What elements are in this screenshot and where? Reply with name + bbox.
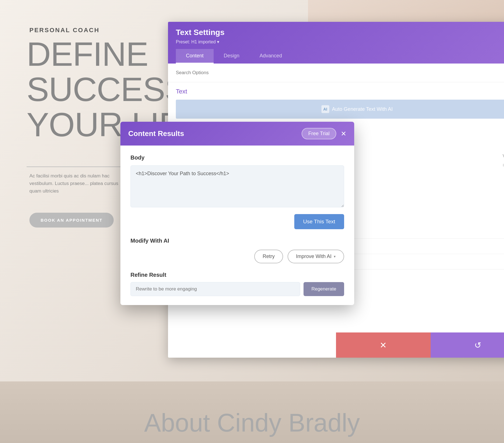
bottom-toolbar: ✕ ↺ ↻ ✓: [336, 332, 504, 358]
improve-chevron-icon: ▾: [334, 254, 336, 259]
book-appointment-button[interactable]: BOOK AN APPOINTMENT: [29, 213, 114, 228]
website-body-text: Ac facilisi morbi quis ac dis nulam hac …: [29, 172, 125, 195]
modal-close-button[interactable]: ✕: [341, 130, 346, 137]
refine-section-label: Refine Result: [130, 272, 344, 278]
headline-divider: [27, 167, 133, 167]
text-section-title: Text: [176, 88, 187, 95]
search-options-input[interactable]: [176, 70, 504, 76]
modify-buttons-row: Retry Improve With AI ▾: [130, 250, 344, 263]
regenerate-button[interactable]: Regenerate: [304, 282, 344, 296]
search-row: + Filter: [168, 64, 504, 82]
content-results-modal: Content Results Free Trial ✕ Body Use Th…: [120, 122, 354, 305]
panel-preset[interactable]: Preset: H1 imported ▾: [176, 39, 504, 44]
tab-content[interactable]: Content: [176, 49, 214, 64]
tab-design[interactable]: Design: [214, 49, 249, 64]
retry-button[interactable]: Retry: [254, 250, 283, 263]
use-this-text-button[interactable]: Use This Text: [294, 214, 344, 229]
panel-header-icons: ⊡ ⊞ ⋮: [502, 28, 504, 37]
screenshot-icon[interactable]: ⊡: [502, 28, 504, 37]
panel-header: Text Settings ⊡ ⊞ ⋮ Preset: H1 imported …: [168, 22, 504, 64]
body-content-textarea[interactable]: [130, 165, 344, 207]
modal-title: Content Results: [128, 129, 184, 138]
about-text: About Cindy Bradly: [144, 409, 360, 437]
personal-coach-label: PERSONAL COACH: [29, 27, 100, 34]
refine-input[interactable]: [130, 282, 300, 296]
use-text-row: Use This Text: [130, 214, 344, 229]
align-left-icon[interactable]: ≡: [503, 162, 504, 168]
modify-section-label: Modify With AI: [130, 238, 344, 244]
improve-with-ai-button[interactable]: Improve With AI ▾: [288, 250, 344, 263]
ai-icon: AI: [321, 105, 329, 113]
modal-body: Body Use This Text Modify With AI Retry …: [120, 146, 354, 305]
format-icons: ≡ ≡ ⊞▾ $: [503, 162, 504, 168]
refine-row: Regenerate: [130, 282, 344, 296]
body-section-label: Body: [130, 154, 344, 161]
panel-title: Text Settings: [176, 28, 225, 37]
undo-button[interactable]: ↺: [431, 332, 504, 358]
panel-tabs: Content Design Advanced: [176, 49, 504, 64]
modal-header-right: Free Trial ✕: [302, 128, 346, 139]
visual-text-area: Visual Text ≡ ≡ ⊞▾ $: [503, 153, 504, 168]
cancel-button[interactable]: ✕: [336, 332, 431, 358]
free-trial-badge[interactable]: Free Trial: [302, 128, 336, 139]
ai-generate-button[interactable]: AI Auto Generate Text With AI: [176, 100, 504, 119]
visual-label[interactable]: Visual: [503, 153, 504, 159]
modal-header: Content Results Free Trial ✕: [120, 122, 354, 146]
tab-advanced[interactable]: Advanced: [249, 49, 292, 64]
